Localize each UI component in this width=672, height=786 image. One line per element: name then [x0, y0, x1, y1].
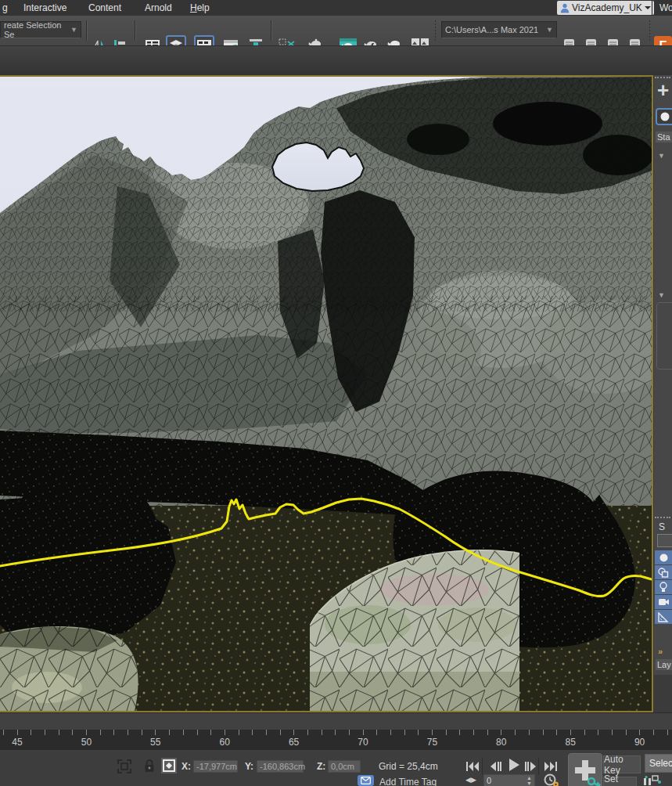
filter-shapes-button[interactable] — [655, 565, 672, 579]
key-mode-toggle[interactable]: ◀▶ — [465, 776, 476, 784]
standard-primitives-combo[interactable]: Sta — [656, 132, 672, 142]
corner-brackets-icon — [117, 759, 131, 773]
3dsmax-window: g Interactive Content Arnold Help VizAca… — [0, 0, 672, 786]
create-tab-plus-icon[interactable]: + — [657, 80, 669, 100]
prev-frame-icon — [490, 762, 502, 771]
main-toolbar: reate Selection Se ▼ — [0, 16, 672, 45]
person-icon — [560, 3, 570, 13]
filter-lights-button[interactable] — [655, 580, 672, 594]
layer-combo[interactable]: Lay — [656, 659, 672, 670]
go-to-start-button[interactable] — [463, 758, 482, 775]
menu-arnold[interactable]: Arnold — [145, 2, 172, 14]
tick-label: 50 — [81, 737, 92, 748]
time-tag-icon — [358, 775, 374, 786]
scene-search-box[interactable] — [657, 534, 672, 547]
timeline-ruler[interactable]: 45505560657075808590 — [0, 730, 672, 750]
panel-gap — [654, 675, 672, 712]
geometry-icon — [659, 553, 669, 563]
caret-down-icon — [645, 5, 651, 10]
grid-size-label: Grid = 25,4cm — [379, 761, 438, 772]
project-folder-combo[interactable]: C:\Users\A...s Max 2021 ▼ — [441, 21, 557, 38]
y-coordinate-field[interactable]: -160,863cm — [257, 760, 304, 773]
previous-frame-button[interactable] — [487, 758, 505, 775]
play-icon — [508, 759, 520, 771]
right-dock-panel: + Sta ▼ ▼ S — [654, 75, 672, 675]
isolate-toggle-button[interactable] — [117, 759, 131, 776]
tick-label: 80 — [496, 737, 506, 748]
create-key-button[interactable] — [568, 753, 602, 786]
transform-gizmo-toggle[interactable] — [161, 758, 177, 773]
go-to-end-button[interactable] — [541, 758, 560, 775]
go-start-icon — [465, 762, 480, 771]
key-filters-button[interactable] — [643, 775, 663, 786]
tick-label: 70 — [358, 737, 368, 748]
add-time-tag-label[interactable]: Add Time Tag — [379, 777, 437, 786]
menu-clipped[interactable]: g — [2, 2, 8, 14]
filter-helpers-button[interactable] — [655, 610, 672, 624]
toolbar-separator — [271, 20, 271, 41]
tag-glyph-icon — [361, 777, 371, 784]
tick-label: 45 — [12, 737, 22, 748]
project-path-value: C:\Users\A...s Max 2021 — [445, 25, 538, 34]
geometry-category-button[interactable] — [656, 108, 672, 125]
perspective-viewport[interactable] — [0, 75, 653, 712]
rollout-arrow-icon[interactable]: ▼ — [658, 291, 665, 299]
status-bar: X: -17,977cm Y: -160,863cm Z: 0,0cm Grid… — [0, 750, 672, 786]
standard-primitives-value: Sta — [657, 132, 670, 142]
caret-down-icon: ▼ — [70, 26, 77, 34]
key-filters-icon — [643, 775, 663, 786]
spinner-arrows[interactable]: ▲▼ — [526, 775, 532, 786]
toolbar-separator — [135, 20, 135, 41]
time-configuration-button[interactable] — [544, 773, 559, 786]
x-label: X: — [181, 761, 191, 772]
menu-content[interactable]: Content — [88, 2, 121, 14]
menu-interactive[interactable]: Interactive — [23, 2, 66, 14]
selection-filter-label: Selected — [649, 758, 672, 769]
x-coordinate-field[interactable]: -17,977cm — [193, 760, 238, 773]
camera-icon — [658, 597, 670, 607]
selection-set-combo[interactable]: reate Selection Se ▼ — [0, 21, 81, 38]
next-frame-button[interactable] — [521, 758, 540, 775]
pivot-box-icon — [163, 759, 175, 772]
z-coordinate-field[interactable]: 0,0cm — [328, 760, 361, 773]
viewport-canvas[interactable] — [0, 77, 652, 711]
set-key-button[interactable]: Set Key — [603, 777, 637, 786]
filter-geometry-button[interactable] — [655, 550, 672, 564]
next-frame-icon — [524, 762, 537, 771]
track-bar[interactable] — [0, 712, 672, 730]
padlock-icon — [143, 759, 156, 773]
current-frame-field[interactable]: 0 ▲▼ — [483, 774, 535, 786]
toolbar-separator — [649, 20, 650, 41]
tick-label: 90 — [634, 737, 645, 748]
go-end-icon — [544, 762, 558, 771]
caret-down-icon: ▼ — [546, 26, 553, 34]
menu-help[interactable]: Help — [190, 2, 210, 14]
workspaces-clipped[interactable]: Wo — [659, 2, 672, 14]
ribbon-band — [0, 45, 672, 75]
shapes-icon — [658, 568, 669, 578]
panel-grip[interactable] — [655, 517, 670, 521]
auto-key-button[interactable]: Auto Key — [603, 755, 641, 773]
toolbar-separator — [86, 20, 87, 41]
user-name: VizAcademy_UK — [572, 2, 642, 13]
z-label: Z: — [317, 761, 325, 772]
scene-panel-title-text: S — [659, 521, 665, 532]
chevrons-more[interactable]: » — [658, 647, 663, 656]
set-key-label: Set Key — [604, 773, 636, 786]
user-account-button[interactable]: VizAcademy_UK — [557, 1, 654, 15]
tick-label: 85 — [566, 737, 576, 748]
rollout-arrow-icon[interactable]: ▼ — [658, 152, 665, 160]
separator — [482, 758, 483, 775]
auto-key-label: Auto Key — [604, 754, 640, 776]
selection-lock-toggle[interactable] — [143, 759, 156, 776]
selection-filter-button[interactable]: Selected — [645, 754, 672, 773]
filter-cameras-button[interactable] — [655, 595, 672, 609]
clock-icon — [544, 773, 559, 786]
light-bulb-icon — [659, 582, 668, 593]
z-coordinate-value: 0,0cm — [331, 762, 354, 771]
tick-label: 75 — [427, 737, 437, 748]
tick-label: 65 — [289, 737, 299, 748]
y-coordinate-value: -160,863cm — [260, 762, 305, 771]
separator — [538, 758, 539, 775]
layer-combo-value: Lay — [657, 660, 671, 669]
